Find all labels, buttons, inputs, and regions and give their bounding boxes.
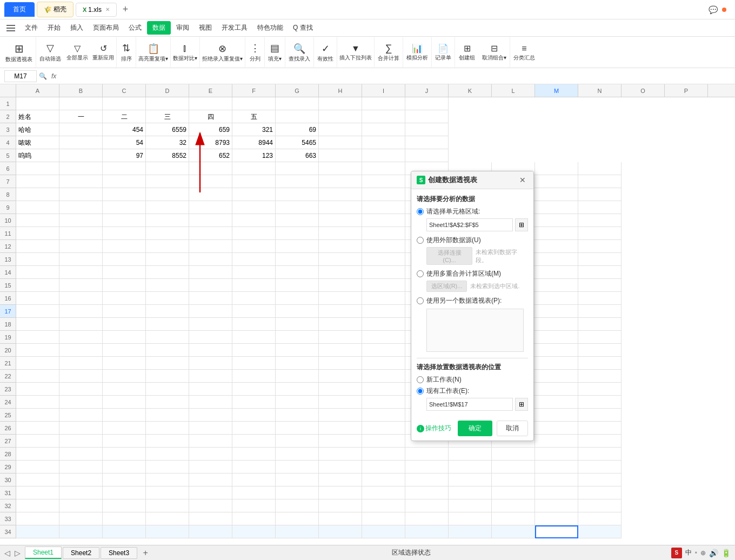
grid-cell[interactable] — [535, 435, 578, 448]
col-header-H[interactable]: H — [319, 84, 362, 97]
grid-cell[interactable] — [232, 227, 276, 240]
cell-K17[interactable] — [449, 525, 492, 538]
grid-cell[interactable] — [16, 474, 59, 486]
grid-cell[interactable] — [103, 486, 146, 499]
grid-cell[interactable] — [103, 266, 146, 279]
tool-autofilter[interactable]: ▽ 自动筛选 — [36, 37, 64, 68]
row-header-16[interactable]: 16 — [0, 292, 16, 305]
grid-cell[interactable] — [535, 512, 578, 525]
grid-cell[interactable] — [578, 162, 622, 175]
cell-F5[interactable]: 123 — [232, 149, 276, 162]
grid-cell[interactable] — [405, 512, 449, 525]
grid-cell[interactable] — [189, 409, 232, 422]
grid-cell[interactable] — [276, 240, 319, 253]
grid-cell[interactable] — [319, 474, 362, 486]
grid-cell[interactable] — [103, 499, 146, 512]
grid-cell[interactable] — [146, 240, 189, 253]
grid-cell[interactable] — [146, 461, 189, 474]
grid-cell[interactable] — [59, 370, 103, 383]
grid-cell[interactable] — [146, 227, 189, 240]
grid-cell[interactable] — [103, 396, 146, 409]
speaker-icon[interactable]: 🔊 — [709, 549, 718, 557]
grid-cell[interactable] — [59, 461, 103, 474]
radio-another-pivot[interactable] — [417, 297, 424, 304]
grid-cell[interactable] — [362, 240, 405, 253]
grid-cell[interactable] — [59, 331, 103, 344]
grid-cell[interactable] — [189, 188, 232, 201]
grid-cell[interactable] — [319, 486, 362, 499]
grid-cell[interactable] — [16, 448, 59, 461]
grid-cell[interactable] — [16, 357, 59, 370]
sheet-tab-sheet2[interactable]: Sheet2 — [63, 547, 99, 559]
grid-cell[interactable] — [189, 162, 232, 175]
grid-cell[interactable] — [319, 422, 362, 435]
grid-cell[interactable] — [59, 383, 103, 396]
grid-cell[interactable] — [535, 253, 578, 266]
grid-cell[interactable] — [362, 486, 405, 499]
cell-F1[interactable] — [232, 97, 276, 110]
grid-cell[interactable] — [189, 396, 232, 409]
tab-wps[interactable]: 🌾 稻壳 — [37, 2, 74, 17]
grid-cell[interactable] — [276, 331, 319, 344]
grid-cell[interactable] — [492, 461, 535, 474]
grid-cell[interactable] — [146, 292, 189, 305]
grid-cell[interactable] — [492, 474, 535, 486]
grid-cell[interactable] — [189, 292, 232, 305]
grid-cell[interactable] — [319, 435, 362, 448]
col-header-G[interactable]: G — [276, 84, 319, 97]
col-header-J[interactable]: J — [405, 84, 449, 97]
grid-cell[interactable] — [362, 305, 405, 318]
grid-cell[interactable] — [146, 318, 189, 331]
grid-cell[interactable] — [276, 175, 319, 188]
grid-cell[interactable] — [59, 486, 103, 499]
grid-cell[interactable] — [59, 240, 103, 253]
grid-cell[interactable] — [146, 422, 189, 435]
settings-icon[interactable]: ⊕ — [700, 549, 706, 557]
tool-compare[interactable]: ⫿ 数据对比▾ — [171, 37, 200, 68]
grid-cell[interactable] — [189, 448, 232, 461]
row-header-32[interactable]: 32 — [0, 499, 16, 512]
grid-cell[interactable] — [232, 188, 276, 201]
grid-cell[interactable] — [535, 370, 578, 383]
cell-H5[interactable] — [319, 149, 362, 162]
grid-cell[interactable] — [146, 305, 189, 318]
cell-F17[interactable] — [232, 525, 276, 538]
grid-cell[interactable] — [405, 486, 449, 499]
cell-J1[interactable] — [405, 97, 449, 110]
grid-cell[interactable] — [319, 318, 362, 331]
next-sheet-button[interactable]: ▷ — [12, 549, 23, 557]
grid-cell[interactable] — [146, 279, 189, 292]
col-header-P[interactable]: P — [665, 84, 708, 97]
grid-cell[interactable] — [362, 461, 405, 474]
cell-H2[interactable] — [319, 110, 362, 123]
grid-cell[interactable] — [578, 396, 622, 409]
grid-cell[interactable] — [535, 409, 578, 422]
grid-cell[interactable] — [189, 461, 232, 474]
grid-cell[interactable] — [578, 512, 622, 525]
grid-cell[interactable] — [578, 292, 622, 305]
grid-cell[interactable] — [59, 474, 103, 486]
grid-cell[interactable] — [16, 409, 59, 422]
grid-cell[interactable] — [146, 266, 189, 279]
grid-cell[interactable] — [232, 253, 276, 266]
grid-cell[interactable] — [16, 422, 59, 435]
grid-cell[interactable] — [103, 474, 146, 486]
grid-cell[interactable] — [535, 318, 578, 331]
cell-M17[interactable] — [535, 525, 578, 538]
grid-cell[interactable] — [59, 292, 103, 305]
grid-cell[interactable] — [232, 318, 276, 331]
grid-cell[interactable] — [319, 292, 362, 305]
tool-reapply[interactable]: ↺ 重新应用 — [90, 37, 117, 68]
grid-cell[interactable] — [578, 344, 622, 357]
grid-cell[interactable] — [146, 201, 189, 214]
col-header-M[interactable]: M — [535, 84, 578, 97]
grid-cell[interactable] — [578, 240, 622, 253]
grid-cell[interactable] — [319, 396, 362, 409]
row-header-6[interactable]: 6 — [0, 162, 16, 175]
grid-cell[interactable] — [59, 253, 103, 266]
cell-C17[interactable] — [103, 525, 146, 538]
grid-cell[interactable] — [319, 253, 362, 266]
formula-input[interactable] — [61, 72, 731, 80]
cell-I1[interactable] — [362, 97, 405, 110]
grid-cell[interactable] — [103, 201, 146, 214]
